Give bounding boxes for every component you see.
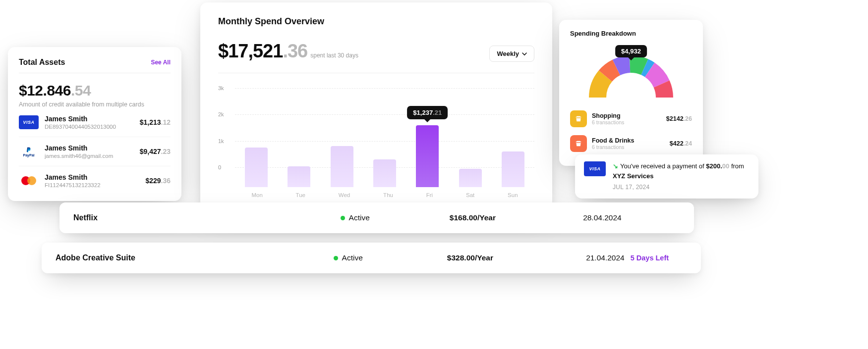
date-label: 28.04.2024 [583, 213, 622, 222]
visa-icon: VISA [584, 161, 606, 176]
chart-bar[interactable] [245, 148, 268, 187]
subscription-price: $328.00/Year [447, 253, 586, 262]
x-axis-label: Sun [508, 192, 518, 198]
arrow-down-right-icon: ↘ [613, 161, 618, 171]
y-axis-label: 3k [218, 85, 224, 91]
x-axis-label: Thu [383, 192, 393, 198]
date-label: 21.04.2024 [586, 253, 625, 262]
account-detail: FI1124475132123322 [45, 182, 139, 188]
chart-bars: $1,237.21 [235, 108, 534, 187]
account-name: James Smith [45, 115, 134, 123]
total-assets-amount-main: $12.846 [19, 82, 71, 99]
notif-mid: from [729, 162, 744, 170]
status-label: Active [349, 213, 370, 222]
period-dropdown[interactable]: Weekly [489, 46, 534, 62]
period-dropdown-label: Weekly [497, 50, 519, 57]
total-assets-amount-dec: .54 [71, 82, 91, 99]
subscription-name: Netflix [73, 213, 341, 222]
x-axis-label: Mon [251, 192, 262, 198]
account-detail: james.smith46@gmail.com [45, 153, 134, 159]
subscription-price: $168.00/Year [450, 213, 583, 222]
account-amount: $9,427.23 [140, 148, 171, 155]
visa-icon: VISA [19, 115, 39, 129]
status-label: Active [342, 253, 363, 262]
x-axis-label: Fri [426, 192, 433, 198]
y-axis-label: 2k [218, 111, 224, 117]
monthly-spend-note: spent last 30 days [310, 52, 358, 59]
chart-bar[interactable] [373, 159, 396, 187]
total-assets-card: Total Assets See All $12.846.54 Amount o… [8, 47, 181, 201]
subscription-name: Adobe Creative Suite [56, 253, 334, 262]
account-detail: DE89370400440532013000 [45, 124, 134, 130]
see-all-link[interactable]: See All [151, 59, 171, 66]
notification-text: ↘You've received a payment of $200.00 fr… [613, 161, 750, 181]
spend-chart: 3k2k1k0 $1,237.21 [218, 88, 534, 187]
x-axis-label: Tue [296, 192, 305, 198]
payment-notification: VISA ↘You've received a payment of $200.… [575, 154, 758, 199]
chart-bar[interactable] [459, 169, 482, 187]
chart-tooltip: $1,237.21 [407, 106, 448, 119]
account-row[interactable]: PayPal James Smithjames.smith46@gmail.co… [19, 137, 171, 166]
y-axis-label: 0 [218, 164, 221, 170]
monthly-spend-title: Monthly Spend Overview [218, 16, 534, 27]
chart-bar[interactable] [288, 166, 310, 187]
category-row[interactable]: Shopping6 transactions $2142.26 [570, 106, 692, 131]
notif-amt-main: $200. [706, 162, 722, 170]
category-row[interactable]: Food & Drinks6 transactions $422.24 [570, 131, 692, 156]
breakdown-gauge: $4,932 [581, 48, 681, 102]
mc-icon [19, 174, 39, 188]
days-left-badge: 5 Days Left [631, 254, 669, 262]
total-assets-title: Total Assets [19, 58, 65, 67]
category-amount: $422.24 [670, 140, 692, 147]
category-amount: $2142.26 [666, 115, 692, 122]
account-name: James Smith [45, 173, 139, 181]
paypal-icon: PayPal [19, 145, 39, 158]
chart-bar[interactable] [502, 151, 524, 187]
monthly-spend-card: Monthly Spend Overview $17,521.36spent l… [200, 2, 552, 208]
monthly-spend-amount-dec: .36 [283, 41, 307, 61]
status-dot-icon [334, 256, 338, 260]
account-name: James Smith [45, 144, 134, 152]
chevron-down-icon [522, 51, 527, 56]
subscription-date: 28.04.2024 [583, 213, 622, 222]
breakdown-title: Spending Breakdown [570, 30, 692, 37]
status-dot-icon [341, 216, 345, 220]
category-icon [570, 135, 587, 152]
spending-breakdown-card: Spending Breakdown $4,932 Shopping6 tran… [559, 20, 703, 166]
chart-bar[interactable]: $1,237.21 [416, 125, 439, 187]
category-sub: 6 transactions [592, 144, 665, 150]
subscription-status: Active [341, 213, 450, 222]
category-name: Shopping [592, 112, 661, 119]
monthly-spend-amount: $17,521.36spent last 30 days [218, 41, 358, 62]
subscription-date: 21.04.20245 Days Left [586, 253, 669, 262]
subscription-row[interactable]: Adobe Creative Suite Active $328.00/Year… [42, 243, 701, 273]
total-assets-subtitle: Amount of credit available from multiple… [19, 101, 171, 108]
account-row[interactable]: James SmithFI1124475132123322 $229.36 [19, 166, 171, 195]
gauge-tooltip: $4,932 [615, 45, 647, 57]
subscription-row[interactable]: Netflix Active $168.00/Year 28.04.2024 [59, 202, 694, 233]
category-sub: 6 transactions [592, 119, 661, 125]
account-amount: $229.36 [145, 177, 171, 185]
monthly-spend-amount-main: $17,521 [218, 41, 283, 61]
total-assets-amount: $12.846.54 [19, 82, 171, 99]
account-row[interactable]: VISA James SmithDE89370400440532013000 $… [19, 108, 171, 137]
notification-date: JUL 17, 2024 [613, 183, 750, 192]
subscription-status: Active [334, 253, 447, 262]
notif-from: XYZ Services [613, 172, 653, 180]
notif-pre: You've received a payment of [620, 162, 706, 170]
x-axis-label: Sat [466, 192, 474, 198]
account-amount: $1,213.12 [140, 118, 171, 126]
category-name: Food & Drinks [592, 137, 665, 144]
chart-bar[interactable] [331, 146, 353, 187]
notif-amt-dec: 00 [722, 162, 729, 170]
category-icon [570, 110, 587, 127]
x-axis-label: Wed [339, 192, 350, 198]
y-axis-label: 1k [218, 138, 224, 144]
